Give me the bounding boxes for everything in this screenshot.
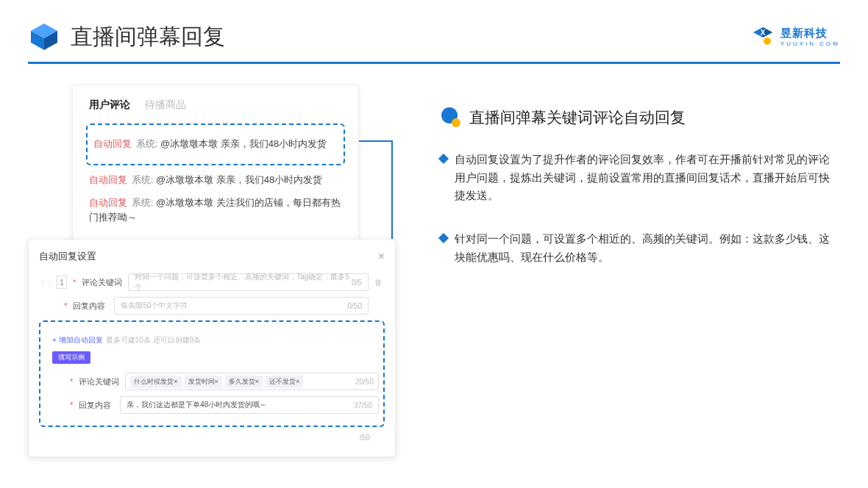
tag[interactable]: 发货时间×: [185, 376, 222, 388]
placeholder: 每条限50个中文字符: [121, 301, 188, 311]
brand-name: 昱新科技: [780, 26, 840, 40]
add-hint: 最多可建10条 还可以创建9条: [106, 335, 201, 345]
tag-group: 什么时候发货× 发货时间× 多久发货× 还不发货×: [130, 376, 303, 388]
close-icon[interactable]: ×: [378, 250, 385, 263]
content-input[interactable]: 每条限50个中文字符 0/50: [114, 297, 369, 315]
counter: 20/50: [355, 378, 374, 386]
cube-icon: [28, 21, 60, 53]
tag[interactable]: 还不发货×: [266, 376, 303, 388]
comment-item: 自动回复 系统: @冰墩墩本墩 亲亲，我们48小时内发货: [89, 173, 342, 188]
bullet-text: 自动回复设置为了提升作者的评论回复效率，作者可在开播前针对常见的评论用户问题，提…: [455, 151, 840, 205]
ex-content-label: 回复内容: [79, 400, 114, 411]
content-row: * 回复内容 每条限50个中文字符 0/50: [39, 297, 385, 315]
auto-reply-tag: 自动回复: [89, 197, 127, 208]
placeholder: 对同一个问题，可设置多个相近、高频的关键词，Tag确定，最多5个: [135, 272, 352, 293]
system-label: 系统:: [132, 197, 154, 208]
dialog-title: 自动回复设置: [39, 250, 96, 263]
tag[interactable]: 多久发货×: [225, 376, 263, 388]
page-title: 直播间弹幕回复: [71, 22, 225, 52]
header-left: 直播间弹幕回复: [28, 21, 225, 53]
settings-dialog: 自动回复设置 × ⋮⋮ 1 * 评论关键词 对同一个问题，可设置多个相近、高频的…: [28, 239, 396, 457]
page-header: 直播间弹幕回复 X 昱新科技 YUUXIN.COM: [0, 0, 868, 53]
section-title: 直播间弹幕关键词评论自动回复: [469, 107, 686, 128]
counter: 37/50: [354, 401, 372, 409]
comment-card: 用户评论 待播商品 自动回复 系统: @冰墩墩本墩 亲亲，我们48小时内发货 自…: [72, 85, 359, 247]
example-badge: 填写示例: [52, 351, 90, 364]
keyword-input[interactable]: 对同一个问题，可设置多个相近、高频的关键词，Tag确定，最多5个 0/5: [128, 273, 369, 291]
example-keyword-row: * 评论关键词 什么时候发货× 发货时间× 多久发货× 还不发货× 20/50: [45, 373, 379, 390]
svg-point-8: [452, 118, 460, 127]
highlighted-comment: 自动回复 系统: @冰墩墩本墩 亲亲，我们48小时内发货: [86, 123, 345, 165]
brand-text: 昱新科技 YUUXIN.COM: [780, 26, 840, 47]
required-dot: *: [64, 301, 67, 310]
svg-text:X: X: [761, 29, 766, 37]
trash-icon[interactable]: 🗑: [374, 278, 385, 287]
keyword-row: ⋮⋮ 1 * 评论关键词 对同一个问题，可设置多个相近、高频的关键词，Tag确定…: [39, 273, 385, 291]
brand-icon: X: [751, 25, 775, 49]
dialog-header: 自动回复设置 ×: [39, 250, 385, 263]
example-highlight: + 增加自动回复 最多可建10条 还可以创建9条 填写示例 * 评论关键词 什么…: [39, 320, 385, 427]
brand-url: YUUXIN.COM: [780, 40, 840, 47]
chat-bubble-icon: [440, 107, 462, 129]
add-link-text: + 增加自动回复: [52, 335, 103, 345]
counter: 0/5: [352, 279, 362, 287]
connector-line: [357, 140, 393, 142]
required-dot: *: [73, 278, 76, 287]
required-dot: *: [70, 377, 73, 386]
bullet-text: 针对同一个问题，可设置多个相近的、高频的关键词。例如：这款多少钱、这块能优惠吗、…: [455, 230, 840, 266]
content-label: 回复内容: [73, 301, 108, 312]
comment-text: @冰墩墩本墩 亲亲，我们48小时内发货: [160, 138, 327, 149]
brand: X 昱新科技 YUUXIN.COM: [751, 25, 840, 49]
ex-content-input[interactable]: 亲，我们这边都是下单48小时内发货的哦～ 37/50: [120, 396, 379, 414]
svg-point-5: [764, 37, 771, 45]
extra-counter-row: /50: [39, 430, 385, 443]
content: 用户评论 待播商品 自动回复 系统: @冰墩墩本墩 亲亲，我们48小时内发货 自…: [0, 64, 868, 291]
example-content-row: * 回复内容 亲，我们这边都是下单48小时内发货的哦～ 37/50: [45, 396, 379, 414]
drag-icon[interactable]: ⋮⋮: [39, 279, 46, 287]
comment-item: 自动回复 系统: @冰墩墩本墩 亲亲，我们48小时内发货: [93, 137, 338, 152]
left-column: 用户评论 待播商品 自动回复 系统: @冰墩墩本墩 亲亲，我们48小时内发货 自…: [28, 85, 403, 291]
required-dot: *: [70, 401, 73, 409]
tag[interactable]: 什么时候发货×: [130, 376, 181, 388]
bullet-item: 自动回复设置为了提升作者的评论回复效率，作者可在开播前针对常见的评论用户问题，提…: [440, 151, 840, 205]
diamond-icon: [438, 154, 449, 164]
auto-reply-tag: 自动回复: [89, 174, 127, 185]
comment-item: 自动回复 系统: @冰墩墩本墩 关注我们的店铺，每日都有热门推荐呦～: [89, 195, 342, 226]
counter: 0/50: [348, 302, 362, 310]
tab-pending-goods[interactable]: 待播商品: [145, 98, 186, 112]
keyword-label: 评论关键词: [82, 277, 122, 288]
right-column: 直播间弹幕关键词评论自动回复 自动回复设置为了提升作者的评论回复效率，作者可在开…: [440, 85, 840, 291]
bullet-item: 针对同一个问题，可设置多个相近的、高频的关键词。例如：这款多少钱、这块能优惠吗、…: [440, 230, 840, 266]
diamond-icon: [438, 233, 449, 243]
tab-user-comments[interactable]: 用户评论: [89, 98, 130, 112]
row-number: 1: [57, 276, 67, 289]
system-label: 系统:: [136, 138, 158, 149]
auto-reply-tag: 自动回复: [93, 138, 132, 149]
comment-text: @冰墩墩本墩 亲亲，我们48小时内发货: [156, 174, 322, 185]
tags-input[interactable]: 什么时候发货× 发货时间× 多久发货× 还不发货× 20/50: [125, 373, 379, 390]
system-label: 系统:: [132, 174, 154, 185]
section-head: 直播间弹幕关键词评论自动回复: [440, 107, 840, 129]
counter: /50: [360, 434, 370, 442]
card-tabs: 用户评论 待播商品: [89, 98, 342, 112]
ex-keyword-label: 评论关键词: [79, 376, 119, 387]
value: 亲，我们这边都是下单48小时内发货的哦～: [127, 400, 267, 410]
add-auto-reply-link[interactable]: + 增加自动回复 最多可建10条 还可以创建9条: [52, 335, 379, 345]
